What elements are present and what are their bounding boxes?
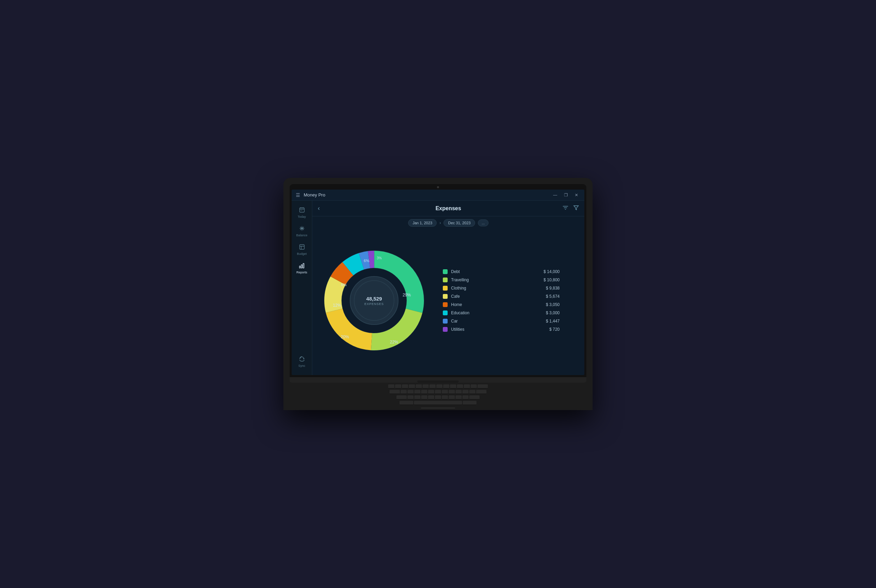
spacebar-key (414, 401, 462, 405)
key (448, 395, 455, 399)
legend-item-value: $ 14,000 (543, 269, 560, 274)
legend-item: Education $ 3,000 (443, 310, 560, 315)
key (396, 395, 407, 399)
svg-rect-14 (303, 263, 304, 268)
page-title: Expenses (436, 206, 461, 212)
key (400, 390, 407, 394)
keyboard-row-1 (388, 384, 488, 388)
key (428, 390, 434, 394)
budget-icon (299, 244, 305, 251)
donut-center: 48,529 EXPENSES (364, 296, 384, 306)
svg-rect-9 (300, 244, 304, 249)
date-bar: Jan 1, 2023 › Dec 31, 2023 ... (312, 216, 584, 230)
legend-item-name: Home (451, 302, 542, 307)
camera (437, 186, 439, 188)
legend-item-name: Education (451, 310, 542, 315)
legend-item-value: $ 9,838 (546, 286, 560, 291)
legend-color-swatch (443, 319, 448, 324)
funnel-icon[interactable] (573, 205, 579, 212)
key (416, 384, 422, 388)
budget-label: Budget (297, 252, 307, 255)
laptop-frame: ☰ Money Pro — ❐ ✕ (284, 178, 592, 410)
legend-item-name: Debt (451, 269, 540, 274)
sidebar-bottom: Sync (293, 353, 311, 372)
date-arrow: › (440, 220, 441, 225)
legend-item-value: $ 3,050 (546, 302, 560, 307)
key (428, 395, 434, 399)
legend-item-name: Car (451, 319, 542, 324)
close-button[interactable]: ✕ (573, 192, 580, 198)
legend-item-name: Utilities (451, 327, 546, 332)
legend-item: Travelling $ 10,800 (443, 278, 560, 282)
donut-center-label: EXPENSES (364, 302, 384, 306)
legend-item: Debt $ 14,000 (443, 269, 560, 274)
key (462, 390, 469, 394)
today-label: Today (297, 215, 306, 219)
key (462, 395, 469, 399)
legend-color-swatch (443, 327, 448, 332)
svg-text:20%: 20% (341, 334, 349, 339)
svg-text:6%: 6% (341, 283, 346, 287)
legend-color-swatch (443, 302, 448, 307)
today-icon (299, 207, 305, 214)
svg-rect-0 (300, 208, 304, 212)
key (464, 384, 470, 388)
start-date-chip[interactable]: Jan 1, 2023 (408, 219, 437, 226)
key (421, 390, 428, 394)
top-bar-right (562, 205, 579, 212)
reports-icon (299, 262, 305, 270)
sidebar-item-sync[interactable]: Sync (293, 353, 311, 370)
sidebar-item-reports[interactable]: Reports (293, 260, 311, 277)
key (469, 390, 476, 394)
key (456, 390, 462, 394)
svg-rect-12 (299, 266, 300, 268)
sidebar-item-today[interactable]: Today (293, 204, 311, 221)
app-body: Today Balance (292, 201, 584, 375)
trackpad[interactable] (421, 408, 455, 408)
key (435, 395, 441, 399)
key (423, 384, 429, 388)
screen-bezel: ☰ Money Pro — ❐ ✕ (290, 184, 586, 377)
key (443, 384, 449, 388)
key (477, 384, 488, 388)
key (429, 384, 436, 388)
key (456, 395, 462, 399)
key (450, 384, 456, 388)
legend-item-value: $ 5,674 (546, 294, 560, 299)
key (471, 384, 477, 388)
menu-icon[interactable]: ☰ (296, 192, 300, 198)
key (435, 390, 441, 394)
restore-button[interactable]: ❐ (562, 192, 570, 198)
back-button[interactable]: ‹ (318, 205, 320, 212)
screen: ☰ Money Pro — ❐ ✕ (292, 190, 584, 375)
sync-icon (299, 356, 305, 363)
donut-chart: 29% 22% 20% 12% 6% 6% (319, 246, 429, 356)
sidebar-item-budget[interactable]: Budget (293, 241, 311, 258)
legend-item: Utilities $ 720 (443, 327, 560, 332)
key (395, 384, 401, 388)
legend: Debt $ 14,000 Travelling $ 10,800 Clothi… (443, 269, 560, 332)
date-more-button[interactable]: ... (478, 219, 489, 226)
key (407, 395, 414, 399)
key (390, 390, 400, 394)
keyboard-area (290, 382, 586, 410)
minimize-button[interactable]: — (551, 192, 559, 198)
legend-color-swatch (443, 286, 448, 291)
sync-label: Sync (298, 364, 305, 368)
balance-label: Balance (296, 234, 308, 237)
key (407, 390, 414, 394)
main-content: ‹ Expenses (312, 201, 584, 375)
key (388, 384, 394, 388)
key (421, 395, 428, 399)
legend-color-swatch (443, 310, 448, 315)
reports-label: Reports (297, 271, 308, 274)
legend-item-name: Travelling (451, 278, 540, 282)
keyboard-row-3 (396, 395, 480, 399)
end-date-chip[interactable]: Dec 31, 2023 (444, 219, 475, 226)
svg-text:29%: 29% (403, 292, 411, 297)
sidebar: Today Balance (292, 201, 312, 375)
legend-item-value: $ 1,447 (546, 319, 560, 324)
legend-item: Car $ 1,447 (443, 319, 560, 324)
sidebar-item-balance[interactable]: Balance (293, 222, 311, 240)
filter-icon[interactable] (562, 205, 568, 212)
